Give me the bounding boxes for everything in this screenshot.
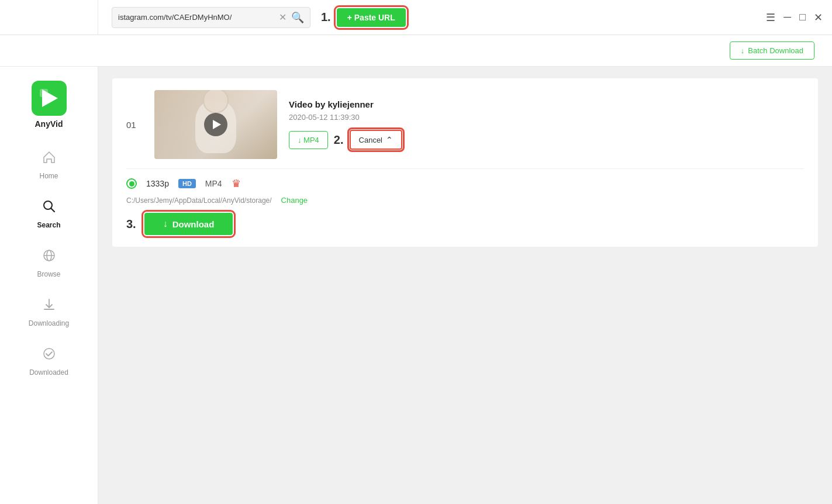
download-area: 3. ↓ Download bbox=[126, 213, 804, 235]
sidebar-item-browse[interactable]: Browse bbox=[0, 239, 98, 288]
format-label: MP4 bbox=[205, 179, 222, 188]
cancel-button[interactable]: Cancel bbox=[350, 130, 402, 150]
search-icon bbox=[42, 199, 57, 218]
step2-label: 2. bbox=[334, 133, 344, 147]
hd-badge: HD bbox=[178, 179, 196, 188]
window-controls: ☰ ─ □ ✕ bbox=[766, 11, 823, 24]
video-actions: ↓ MP4 2. Cancel bbox=[289, 130, 804, 150]
radio-inner bbox=[129, 181, 134, 187]
maximize-icon[interactable]: □ bbox=[799, 11, 806, 23]
cancel-label: Cancel bbox=[359, 136, 382, 144]
minimize-icon[interactable]: ─ bbox=[783, 11, 791, 23]
search-label: Search bbox=[37, 221, 60, 229]
video-card: 01 Video by kyliejenner 2020-05-12 11:39… bbox=[112, 78, 818, 247]
url-clear-icon[interactable]: ✕ bbox=[279, 12, 286, 23]
batch-download-icon: ↓ bbox=[741, 46, 745, 55]
browse-label: Browse bbox=[37, 270, 60, 278]
resolution-label: 1333p bbox=[146, 179, 169, 188]
format-radio[interactable] bbox=[126, 178, 137, 189]
download-icon: ↓ bbox=[163, 219, 168, 229]
downloading-icon bbox=[42, 297, 57, 316]
url-text: istagram.com/tv/CAErDMyHnMO/ bbox=[118, 13, 274, 22]
batch-download-row: ↓ Batch Download bbox=[0, 35, 832, 67]
crown-icon: ♛ bbox=[232, 177, 241, 190]
batch-download-button[interactable]: ↓ Batch Download bbox=[730, 42, 814, 60]
browse-icon bbox=[42, 248, 57, 267]
chevron-up-icon bbox=[386, 135, 393, 144]
sidebar-item-search[interactable]: Search bbox=[0, 189, 98, 239]
change-button[interactable]: Change bbox=[281, 196, 308, 205]
url-search-icon[interactable]: 🔍 bbox=[291, 11, 304, 24]
sidebar: AnyVid Home Search bbox=[0, 67, 98, 504]
download-button[interactable]: ↓ Download bbox=[144, 213, 233, 235]
url-input-wrap[interactable]: istagram.com/tv/CAErDMyHnMO/ ✕ 🔍 bbox=[112, 7, 310, 28]
logo-label: AnyVid bbox=[35, 119, 63, 129]
downloading-label: Downloading bbox=[29, 319, 69, 327]
video-thumbnail[interactable] bbox=[154, 90, 277, 159]
home-label: Home bbox=[39, 172, 58, 180]
paste-url-label: + Paste URL bbox=[347, 13, 395, 22]
svg-rect-1 bbox=[40, 89, 48, 97]
mp4-button[interactable]: ↓ MP4 bbox=[289, 131, 328, 149]
menu-icon[interactable]: ☰ bbox=[766, 11, 775, 24]
content-area: 01 Video by kyliejenner 2020-05-12 11:39… bbox=[98, 67, 832, 504]
path-text: C:/Users/Jemy/AppData/Local/AnyVid/stora… bbox=[126, 196, 272, 205]
step1-label: 1. bbox=[321, 11, 331, 24]
video-title: Video by kyliejenner bbox=[289, 99, 804, 109]
logo-area: AnyVid bbox=[32, 73, 67, 140]
svg-point-8 bbox=[44, 348, 54, 359]
mp4-label: ↓ MP4 bbox=[298, 136, 319, 144]
home-icon bbox=[42, 150, 57, 169]
logo-icon bbox=[32, 81, 67, 116]
main-layout: AnyVid Home Search bbox=[0, 67, 832, 504]
sidebar-item-downloaded[interactable]: Downloaded bbox=[0, 337, 98, 386]
paste-url-button[interactable]: + Paste URL bbox=[337, 8, 406, 27]
sidebar-item-downloading[interactable]: Downloading bbox=[0, 288, 98, 337]
video-top: 01 Video by kyliejenner 2020-05-12 11:39… bbox=[126, 90, 804, 159]
sidebar-item-home[interactable]: Home bbox=[0, 140, 98, 189]
change-label: Change bbox=[281, 196, 308, 205]
video-date: 2020-05-12 11:39:30 bbox=[289, 113, 804, 122]
close-icon[interactable]: ✕ bbox=[814, 11, 823, 24]
downloaded-label: Downloaded bbox=[29, 368, 68, 377]
video-number: 01 bbox=[126, 120, 143, 130]
title-bar: istagram.com/tv/CAErDMyHnMO/ ✕ 🔍 1. + Pa… bbox=[0, 0, 832, 35]
anyvid-logo-svg bbox=[37, 87, 61, 110]
path-row: C:/Users/Jemy/AppData/Local/AnyVid/stora… bbox=[126, 196, 804, 205]
video-info: Video by kyliejenner 2020-05-12 11:39:30… bbox=[289, 99, 804, 150]
step3-label: 3. bbox=[126, 218, 136, 231]
play-button[interactable] bbox=[204, 113, 227, 136]
svg-line-3 bbox=[51, 209, 54, 212]
downloaded-icon bbox=[42, 346, 57, 365]
format-row: 1333p HD MP4 ♛ bbox=[126, 168, 804, 190]
download-label: Download bbox=[172, 219, 215, 229]
svg-rect-7 bbox=[44, 309, 54, 310]
batch-download-label: Batch Download bbox=[748, 46, 803, 55]
